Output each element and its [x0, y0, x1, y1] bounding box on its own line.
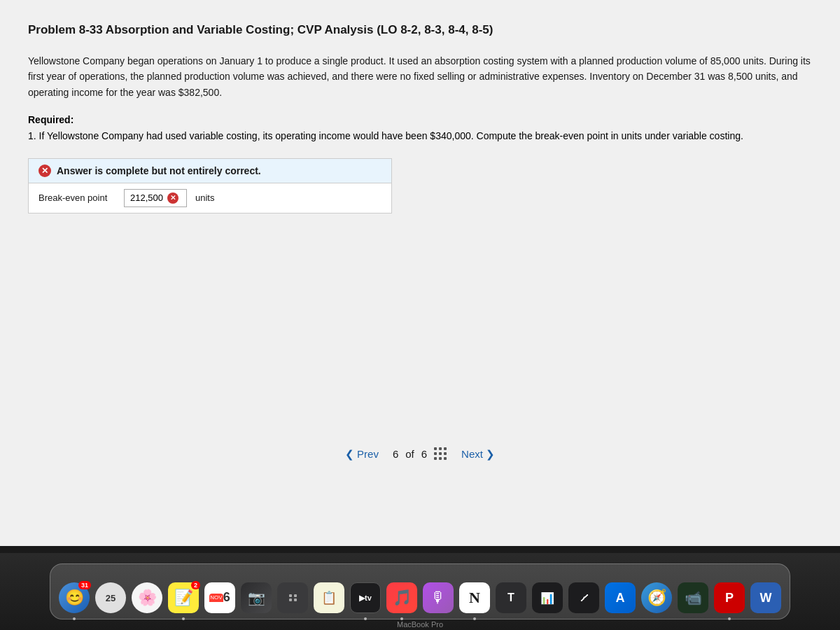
- dock-item-safari[interactable]: 🧭: [640, 581, 673, 615]
- units-label: units: [195, 192, 214, 203]
- dock-item-calendar[interactable]: NOV 6: [203, 581, 237, 615]
- break-even-label: Break-even point: [38, 192, 115, 203]
- dock-item-notion[interactable]: N: [458, 581, 491, 615]
- dock-area: 😊 31 25 🌸 📝 2 NOV 6 📷: [0, 553, 840, 630]
- dock-item-music[interactable]: 🎵: [385, 581, 419, 615]
- dock-item-zed[interactable]: ⟋: [567, 581, 601, 615]
- dock-item-launchpad[interactable]: 25: [94, 581, 127, 615]
- prev-chevron: ❮: [345, 448, 354, 461]
- prev-label: Prev: [357, 448, 379, 460]
- grid-icon[interactable]: [434, 447, 447, 461]
- next-label: Next: [461, 448, 483, 460]
- main-content: Problem 8-33 Absorption and Variable Cos…: [0, 0, 840, 546]
- finder-badge: 31: [78, 581, 91, 589]
- problem-title: Problem 8-33 Absorption and Variable Cos…: [28, 22, 812, 38]
- dock-item-facetime[interactable]: 📷: [239, 581, 273, 615]
- macbook-label: MacBook Pro: [397, 620, 443, 629]
- page-info: 6 of 6: [393, 447, 447, 461]
- answer-value-box[interactable]: 212,500 ✕: [124, 189, 187, 207]
- answer-status-bar: ✕ Answer is complete but not entirely co…: [29, 159, 391, 183]
- page-total: 6: [421, 448, 427, 460]
- dock-item-notes[interactable]: 📝 2: [167, 581, 200, 615]
- next-button[interactable]: Next ❯: [461, 448, 495, 461]
- dock-item-notes2[interactable]: 📋: [312, 581, 346, 615]
- notes-badge: 2: [191, 581, 200, 589]
- break-even-value: 212,500: [130, 192, 163, 203]
- dock-item-appletv[interactable]: ▶tv: [349, 581, 382, 615]
- dock-item-finder[interactable]: 😊 31: [57, 581, 91, 615]
- answer-status-text: Answer is complete but not entirely corr…: [57, 165, 261, 176]
- next-chevron: ❯: [486, 448, 495, 461]
- dock-item-word[interactable]: W: [749, 581, 783, 615]
- dock-item-podcasts[interactable]: 🎙: [421, 581, 455, 615]
- prev-button[interactable]: ❮ Prev: [345, 448, 379, 461]
- dock-item-photos[interactable]: 🌸: [130, 581, 164, 615]
- page-current: 6: [393, 448, 398, 460]
- incorrect-x-icon: ✕: [167, 192, 178, 204]
- dock-item-textinput[interactable]: T: [494, 581, 528, 615]
- dock-item-facetime2[interactable]: 📹: [676, 581, 710, 615]
- dock-item-dots[interactable]: [276, 581, 309, 615]
- answer-box: ✕ Answer is complete but not entirely co…: [28, 158, 392, 214]
- dock-item-translate[interactable]: A: [603, 581, 637, 615]
- required-label: Required:: [28, 114, 812, 125]
- dock: 😊 31 25 🌸 📝 2 NOV 6 📷: [50, 564, 790, 620]
- dock-item-stocks[interactable]: 📊: [531, 581, 564, 615]
- status-x-icon: ✕: [38, 164, 51, 177]
- page-of-text: of: [405, 448, 414, 460]
- required-item-1: 1. If Yellowstone Company had used varia…: [28, 128, 812, 144]
- problem-description: Yellowstone Company began operations on …: [28, 53, 812, 100]
- navigation-bar: ❮ Prev 6 of 6 Next ❯: [0, 439, 840, 469]
- dock-item-p[interactable]: P: [713, 581, 746, 615]
- answer-row: Break-even point 212,500 ✕ units: [29, 183, 391, 213]
